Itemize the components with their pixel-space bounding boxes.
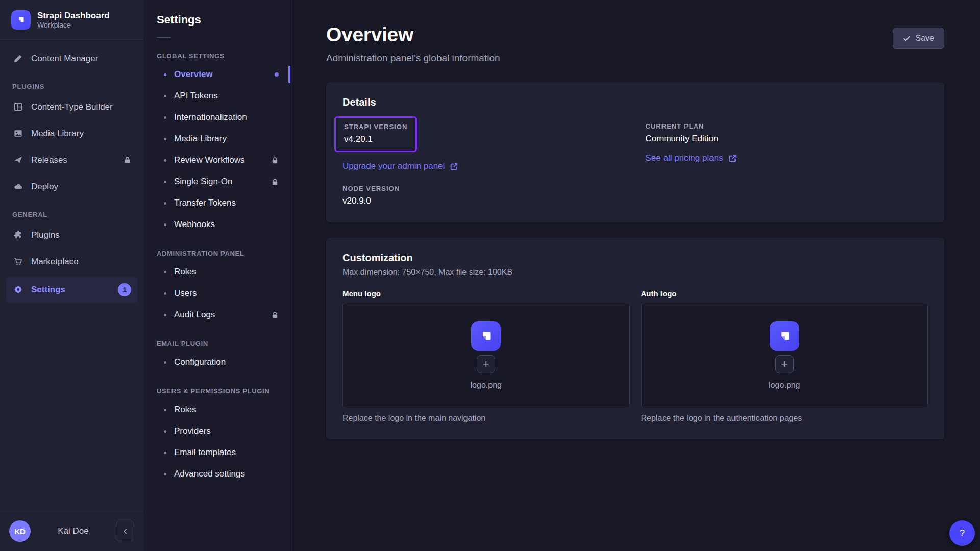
subnav-item-overview[interactable]: Overview (143, 64, 290, 85)
page-subtitle: Administration panel's global informatio… (326, 53, 500, 64)
subnav-item-media-library[interactable]: Media Library (143, 128, 290, 149)
external-link-icon (450, 162, 458, 171)
bullet-icon (164, 223, 166, 226)
sidebar-section-plugins: PLUGINS (12, 83, 131, 90)
bullet-icon (164, 73, 166, 76)
customization-heading: Customization (342, 252, 928, 264)
lock-icon (271, 178, 279, 186)
user-area: KD Kai Doe (0, 511, 143, 551)
details-heading: Details (342, 96, 928, 108)
subnav-item-api-tokens[interactable]: API Tokens (143, 85, 290, 107)
auth-logo-caption: Replace the logo in the authentication p… (641, 414, 928, 423)
sidebar-item-media-library[interactable]: Media Library (6, 122, 137, 145)
auth-logo-label: Auth logo (641, 289, 928, 298)
main-content: Overview Administration panel's global i… (290, 0, 980, 551)
help-button[interactable]: ? (949, 520, 975, 546)
subnav-section-email-plugin: EMAIL PLUGIN (143, 340, 290, 347)
sidebar-item-label: Marketplace (31, 257, 79, 267)
bullet-icon (164, 314, 166, 316)
bullet-icon (164, 138, 166, 140)
plus-icon: + (781, 359, 788, 370)
customization-card: Customization Max dimension: 750×750, Ma… (326, 238, 944, 439)
subnav-item-admin-users[interactable]: Users (143, 283, 290, 304)
subnav-item-label: Internationalization (174, 112, 247, 122)
collapse-sidebar-button[interactable] (116, 521, 134, 541)
settings-notification-badge: 1 (118, 283, 131, 296)
subnav-item-internationalization[interactable]: Internationalization (143, 107, 290, 128)
sidebar-item-content-type-builder[interactable]: Content-Type Builder (6, 95, 137, 119)
auth-logo-upload-box[interactable]: + logo.png (641, 303, 928, 408)
avatar[interactable]: KD (9, 520, 31, 542)
workspace-brand[interactable]: Strapi Dashboard Workplace (0, 0, 143, 40)
subnav-item-single-sign-on[interactable]: Single Sign-On (143, 171, 290, 192)
strapi-version-label: STRAPI VERSION (344, 123, 407, 131)
sidebar-item-label: Settings (31, 285, 65, 295)
menu-logo-label: Menu logo (342, 289, 630, 298)
upgrade-link-label: Upgrade your admin panel (342, 161, 445, 171)
bullet-icon (164, 271, 166, 273)
subnav-item-label: Email templates (174, 447, 236, 458)
check-icon (903, 35, 911, 42)
strapi-version-highlight-box: STRAPI VERSION v4.20.1 (334, 116, 417, 152)
strapi-logo-icon (11, 10, 31, 30)
subnav-item-label: Configuration (174, 357, 226, 367)
upgrade-admin-panel-link[interactable]: Upgrade your admin panel (342, 161, 458, 171)
subnav-item-audit-logs[interactable]: Audit Logs (143, 304, 290, 325)
subnav-item-label: Single Sign-On (174, 177, 232, 187)
add-logo-button[interactable]: + (477, 355, 495, 373)
node-version-label: NODE VERSION (342, 185, 625, 192)
sidebar-item-label: Deploy (31, 182, 58, 192)
menu-logo-upload-box[interactable]: + logo.png (342, 303, 630, 408)
subnav-item-providers[interactable]: Providers (143, 420, 290, 442)
user-name: Kai Doe (31, 526, 116, 536)
sidebar-item-releases[interactable]: Releases (6, 148, 137, 172)
subnav-item-email-configuration[interactable]: Configuration (143, 352, 290, 373)
customization-constraints: Max dimension: 750×750, Max file size: 1… (342, 268, 928, 277)
subnav-item-label: API Tokens (174, 91, 218, 101)
app-shell: Strapi Dashboard Workplace Content Manag… (0, 0, 980, 551)
question-mark-icon: ? (960, 528, 965, 539)
pen-icon (12, 54, 23, 63)
sidebar-item-deploy[interactable]: Deploy (6, 175, 137, 198)
subnav-item-up-roles[interactable]: Roles (143, 399, 290, 420)
subnav-item-admin-roles[interactable]: Roles (143, 261, 290, 283)
pricing-plans-link[interactable]: See all pricing plans (646, 153, 737, 163)
subnav-item-review-workflows[interactable]: Review Workflows (143, 149, 290, 171)
save-button[interactable]: Save (893, 28, 944, 49)
node-version-value: v20.9.0 (342, 196, 625, 206)
plus-icon: + (483, 359, 489, 370)
lock-icon (124, 156, 131, 164)
main-sidebar: Strapi Dashboard Workplace Content Manag… (0, 0, 143, 551)
gear-icon (12, 285, 23, 294)
subnav-item-transfer-tokens[interactable]: Transfer Tokens (143, 192, 290, 214)
menu-logo-caption: Replace the logo in the main navigation (342, 414, 630, 423)
subnav-item-webhooks[interactable]: Webhooks (143, 214, 290, 235)
subnav-item-email-templates[interactable]: Email templates (143, 442, 290, 463)
sidebar-item-label: Releases (31, 155, 67, 165)
add-logo-button[interactable]: + (775, 355, 794, 373)
subnav-item-label: Roles (174, 405, 196, 415)
image-icon (12, 129, 23, 138)
subnav-item-advanced-settings[interactable]: Advanced settings (143, 463, 290, 485)
subnav-item-label: Users (174, 288, 197, 298)
bullet-icon (164, 361, 166, 364)
subnav-divider (157, 37, 171, 38)
subnav-section-administration-panel: ADMINISTRATION PANEL (143, 249, 290, 257)
bullet-icon (164, 409, 166, 411)
current-plan-value: Community Edition (646, 134, 928, 144)
sidebar-item-plugins[interactable]: Plugins (6, 223, 137, 247)
lock-icon (271, 157, 279, 164)
strapi-version-value: v4.20.1 (344, 134, 407, 144)
sidebar-item-settings[interactable]: Settings 1 (6, 277, 137, 303)
workspace-subtitle: Workplace (37, 21, 110, 30)
bullet-icon (164, 116, 166, 119)
sidebar-item-marketplace[interactable]: Marketplace (6, 250, 137, 273)
chevron-left-icon (122, 528, 129, 535)
sidebar-item-content-manager[interactable]: Content Manager (6, 47, 137, 70)
workspace-title: Strapi Dashboard (37, 10, 110, 21)
bullet-icon (164, 292, 166, 295)
bullet-icon (164, 473, 166, 475)
bullet-icon (164, 181, 166, 183)
strapi-logo-icon (471, 321, 501, 351)
bullet-icon (164, 159, 166, 162)
